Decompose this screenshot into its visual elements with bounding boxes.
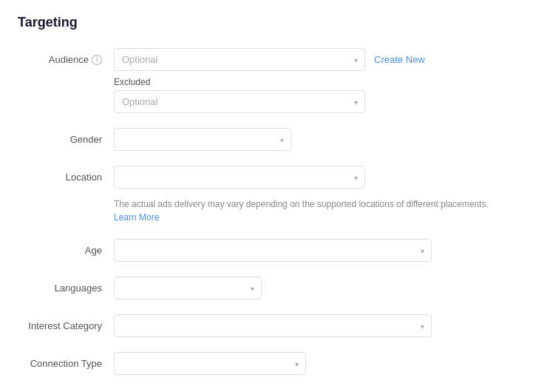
audience-info-icon[interactable]: i [92,55,102,65]
languages-select[interactable] [114,277,262,300]
age-row: Age ▾ [18,239,535,262]
interest-category-select-wrapper: ▾ [114,314,432,337]
audience-select-wrapper: Optional ▾ [114,48,365,71]
interest-category-content: ▾ [114,314,535,337]
connection-type-select-wrapper: ▾ [114,352,306,375]
audience-label: Audience i [18,48,114,65]
excluded-section: Excluded Optional ▾ [114,77,535,113]
location-label: Location [18,166,114,183]
interest-category-row: Interest Category ▾ [18,314,535,337]
languages-row: Languages ▾ [18,277,535,300]
gender-content: ▾ [114,128,535,151]
languages-label: Languages [18,277,114,294]
audience-row: Audience i Optional ▾ Create New Exclude… [18,48,535,113]
targeting-form: Audience i Optional ▾ Create New Exclude… [18,48,535,375]
excluded-select-wrapper: Optional ▾ [114,90,365,113]
location-select[interactable] [114,166,365,189]
languages-select-wrapper: ▾ [114,277,262,300]
languages-content: ▾ [114,277,535,300]
location-select-wrapper: ▾ [114,166,365,189]
create-new-link[interactable]: Create New [374,54,425,65]
location-help-text: The actual ads delivery may vary dependi… [114,197,535,224]
audience-content: Optional ▾ Create New Excluded Optional … [114,48,535,113]
gender-select-wrapper: ▾ [114,128,291,151]
age-content: ▾ [114,239,535,262]
gender-label: Gender [18,128,114,145]
age-label: Age [18,239,114,256]
audience-main-row: Optional ▾ Create New [114,48,535,71]
connection-type-select[interactable] [114,352,306,375]
excluded-select[interactable]: Optional [114,90,365,113]
interest-category-label: Interest Category [18,314,114,331]
page-title: Targeting [18,15,535,30]
learn-more-link[interactable]: Learn More [114,212,159,223]
location-content: ▾ The actual ads delivery may vary depen… [114,166,535,224]
interest-category-select[interactable] [114,314,432,337]
age-select[interactable] [114,239,432,262]
audience-select[interactable]: Optional [114,48,365,71]
location-row: Location ▾ The actual ads delivery may v… [18,166,535,224]
connection-type-content: ▾ [114,352,535,375]
gender-row: Gender ▾ [18,128,535,151]
targeting-section: Targeting Audience i Optional ▾ Create N… [18,15,535,375]
connection-type-label: Connection Type [18,352,114,369]
connection-type-row: Connection Type ▾ [18,352,535,375]
gender-select[interactable] [114,128,291,151]
age-select-wrapper: ▾ [114,239,432,262]
excluded-label: Excluded [114,77,535,87]
